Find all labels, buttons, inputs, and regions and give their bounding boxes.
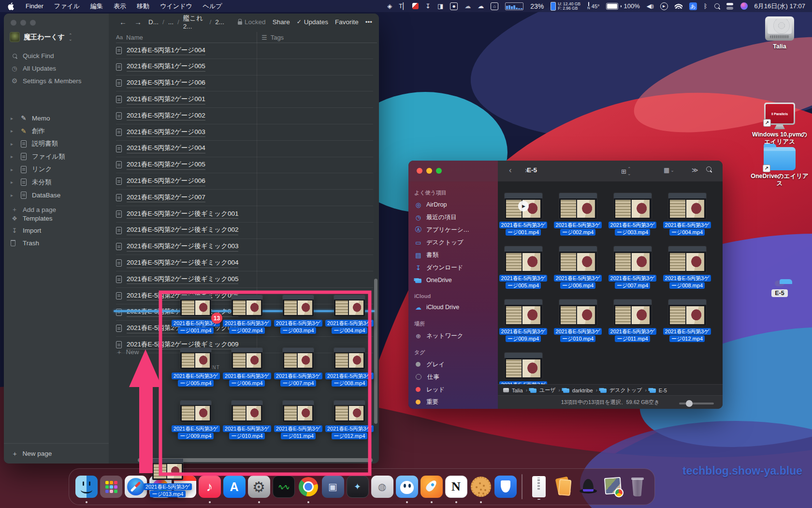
dock-item-system-preferences[interactable] [246, 470, 271, 504]
display-icon[interactable]: ◨ [437, 2, 443, 10]
table-row[interactable]: 2021春E-5丙第2ゲージ後ギミック002 [116, 223, 373, 239]
updates-button[interactable]: ✓ Updates [297, 18, 328, 26]
shield-icon[interactable]: ◈ [387, 2, 392, 10]
download-icon[interactable]: ↧ [425, 2, 431, 10]
file-item[interactable]: ▶ 2021春E-5丙第3ゲージ004.mp4 [660, 191, 714, 244]
ram-meter-icon[interactable] [505, 2, 523, 10]
table-row[interactable]: 2021春E-5丙第2ゲージ005 [116, 157, 373, 174]
dock-item-zip[interactable] [526, 470, 551, 504]
sidebar-nav-item[interactable]: Settings & Members [4, 75, 109, 87]
table-row[interactable]: 2021春E-5丙第2ゲージ後ギミック003 [116, 239, 373, 255]
sidebar-page-item[interactable]: ▸ 未分類 [4, 176, 109, 189]
toggle-triangle-icon[interactable]: ▸ [11, 116, 15, 121]
sidebar-nav-item[interactable]: Quick Find [4, 49, 109, 62]
file-item[interactable]: ▶ 2021春E-5丙第3ゲージ002.mp4 [551, 191, 605, 244]
desktop-icon-windows10[interactable]: ‖ Parallels ↗ Windows 10.pvmの エイリアス [751, 103, 809, 146]
file-item[interactable]: ▶ 2021春E-5丙第3ゲージ013.mp4 [498, 351, 551, 385]
sidebar-page-item[interactable]: ▸ DataBase [4, 189, 109, 201]
dock-item-trash[interactable] [625, 470, 650, 504]
dock-item-finder[interactable] [74, 470, 99, 504]
sidebar-page-item[interactable]: ▸ ファイル類 [4, 150, 109, 163]
toggle-triangle-icon[interactable]: ▸ [11, 154, 15, 159]
tags-column-header[interactable]: Tags [271, 34, 284, 41]
dock-item-app-store[interactable] [222, 470, 246, 504]
dock-item-divider[interactable] [518, 470, 526, 504]
sidebar-page-item[interactable]: ▸ リンク [4, 163, 109, 176]
more-toolbar-icon[interactable]: ≫ [692, 166, 698, 174]
menu-view[interactable]: 表示 [114, 2, 126, 11]
group-by-button[interactable]: ▦⌄ [664, 166, 674, 174]
table-row[interactable]: 2021春E-5丙第1ゲージ005 [116, 59, 373, 75]
toggle-triangle-icon[interactable]: ▸ [11, 179, 15, 185]
new-page-button[interactable]: ＋ New page [4, 443, 109, 463]
table-row[interactable]: 2021春E-5丙第2ゲージ004 [116, 141, 373, 157]
menu-edit[interactable]: 編集 [90, 2, 103, 11]
path-item[interactable]: Talia [503, 388, 523, 393]
breadcrumb[interactable]: D.../ .../ 艦これ2.../ 2... [148, 14, 224, 30]
table-row[interactable]: 2021春E-5丙第2ゲージ後ギミック004 [116, 255, 373, 271]
table-row[interactable]: 2021春E-5丙第2ゲージ001 [116, 91, 373, 108]
search-icon[interactable] [706, 166, 711, 172]
siri-icon[interactable] [740, 2, 748, 10]
toggle-triangle-icon[interactable]: ▸ [11, 193, 15, 198]
sidebar-nav-item[interactable]: All Updates [4, 62, 109, 75]
finder-sidebar-item[interactable]: 最近の項目 [408, 211, 498, 224]
sidebar-page-item[interactable]: ▸ Memo [4, 112, 109, 124]
finder-sidebar-tag[interactable]: レッド [408, 383, 498, 396]
path-item[interactable]: デスクトップ [600, 387, 642, 394]
menu-finder[interactable]: Finder [26, 2, 44, 10]
path-item[interactable]: darktribe [563, 388, 593, 393]
sidebar-tool-item[interactable]: Templates [4, 212, 109, 224]
finder-sidebar-item[interactable]: OneDrive [408, 274, 498, 286]
file-item[interactable]: ▶ 2021春E-5丙第3ゲージ012.mp4 [660, 298, 714, 351]
menu-help[interactable]: ヘルプ [203, 2, 222, 11]
table-row[interactable]: 2021春E-5丙第1ゲージ006 [116, 75, 373, 92]
window-controls[interactable] [11, 20, 36, 26]
play-circle-icon[interactable]: ▶ [660, 2, 668, 10]
dock-item-music[interactable] [197, 470, 222, 504]
weather-cloud-icon[interactable]: ☁ [478, 2, 484, 10]
ime-input-badge[interactable]: あ [689, 2, 697, 10]
menu-clock[interactable]: 6月16日(水) 17:07 [754, 2, 806, 11]
finder-sidebar-item[interactable]: ダウンロード [408, 261, 498, 274]
desktop-icon-e5[interactable]: E-5 [751, 281, 809, 297]
forward-icon[interactable]: → [134, 18, 142, 26]
toggle-triangle-icon[interactable]: ▸ [11, 167, 15, 172]
favorite-button[interactable]: Favorite [335, 18, 359, 26]
face-app-icon[interactable]: ☻ [450, 2, 458, 10]
home-app-icon[interactable]: ⌂ [491, 2, 498, 10]
dock-item-bitwarden[interactable] [493, 470, 518, 504]
file-item[interactable]: ▶ 2021春E-5丙第3ゲージ003.mp4 [605, 191, 660, 244]
table-row[interactable]: 2021春E-5丙第2ゲージ後ギミック001 [116, 206, 373, 223]
dock-item-app-a[interactable] [320, 470, 345, 504]
table-row[interactable]: 2021春E-5丙第2ゲージ後ギミック005 [116, 271, 373, 288]
dock-item-activity-monitor[interactable] [271, 470, 296, 504]
file-item[interactable]: ▶ 2021春E-5丙第3ゲージ001.mp4 [498, 191, 551, 244]
desktop-icon-talia[interactable]: Talia [751, 16, 809, 50]
file-item[interactable]: ▶ 2021春E-5丙第3ゲージ008.mp4 [660, 244, 714, 298]
sidebar-tool-item[interactable]: Trash [4, 237, 109, 249]
view-options-button[interactable]: ⊞⌃⌄ [621, 166, 631, 176]
finder-sidebar-item[interactable]: デスクトップ [408, 236, 498, 249]
onedrive-cloud-icon[interactable]: ☁ [464, 2, 471, 10]
finder-sidebar-item[interactable]: AirDrop [408, 198, 498, 211]
dock-item-notion[interactable] [444, 470, 468, 504]
path-item[interactable]: E-5 [650, 388, 667, 393]
menu-go[interactable]: 移動 [137, 2, 149, 11]
desktop-icon-onedrive[interactable]: ↗ OneDriveのエイリア ス [751, 143, 809, 187]
dock-item-biscuit[interactable] [468, 470, 493, 504]
toggle-triangle-icon[interactable]: ▸ [11, 128, 15, 134]
file-item[interactable]: ▶ 2021春E-5丙第3ゲージ009.mp4 [498, 298, 551, 351]
sidebar-page-item[interactable]: ▸ 創作 [4, 125, 109, 137]
dock-item-rocket[interactable] [419, 470, 444, 504]
finder-sidebar-item[interactable]: アプリケーシ… [408, 224, 498, 236]
path-item[interactable]: ユーザ [530, 387, 556, 394]
sidebar-tool-item[interactable]: Import [4, 224, 109, 237]
table-row[interactable]: 2021春E-5丙第1ゲージ004 [116, 43, 373, 59]
dock-item-launchpad[interactable] [99, 470, 123, 504]
finder-titlebar[interactable]: ‹ › E-5 ⊞⌃⌄ ▦⌄ ≫ [408, 161, 723, 182]
dock-item-tickets[interactable] [551, 470, 576, 504]
table-row[interactable]: 2021春E-5丙第2ゲージ006 [116, 173, 373, 190]
battery-icon[interactable]: 100% [606, 2, 639, 10]
table-row[interactable]: 2021春E-5丙第2ゲージ002 [116, 108, 373, 124]
